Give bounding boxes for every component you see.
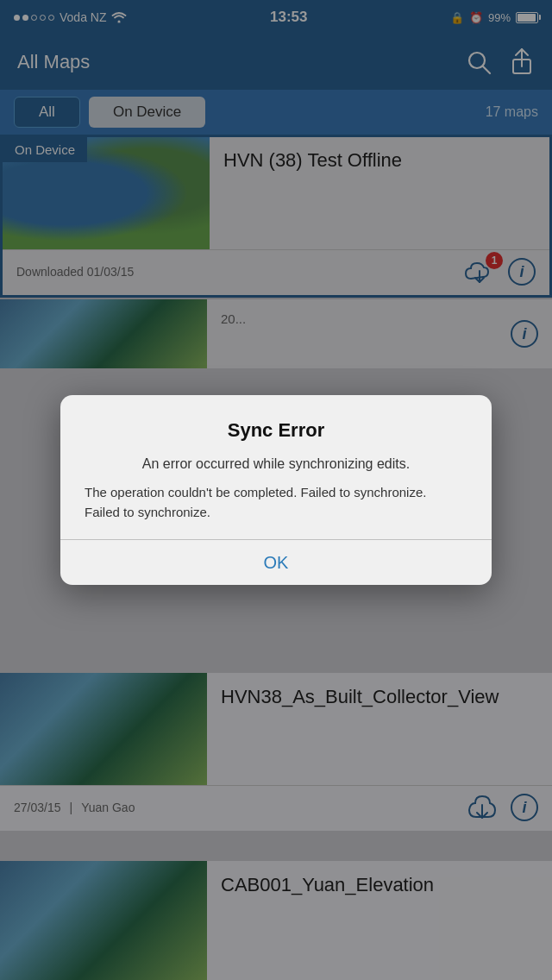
- dialog-body: Sync Error An error occurred while synch…: [60, 395, 492, 539]
- dialog-message: An error occurred while synchronizing ed…: [85, 454, 467, 474]
- dialog-detail: The operation couldn't be completed. Fai…: [85, 483, 467, 522]
- sync-error-dialog: Sync Error An error occurred while synch…: [60, 395, 492, 585]
- dialog-actions: OK: [60, 540, 492, 585]
- dialog-title: Sync Error: [85, 419, 467, 442]
- modal-overlay: Sync Error An error occurred while synch…: [0, 0, 552, 980]
- ok-button[interactable]: OK: [60, 540, 492, 585]
